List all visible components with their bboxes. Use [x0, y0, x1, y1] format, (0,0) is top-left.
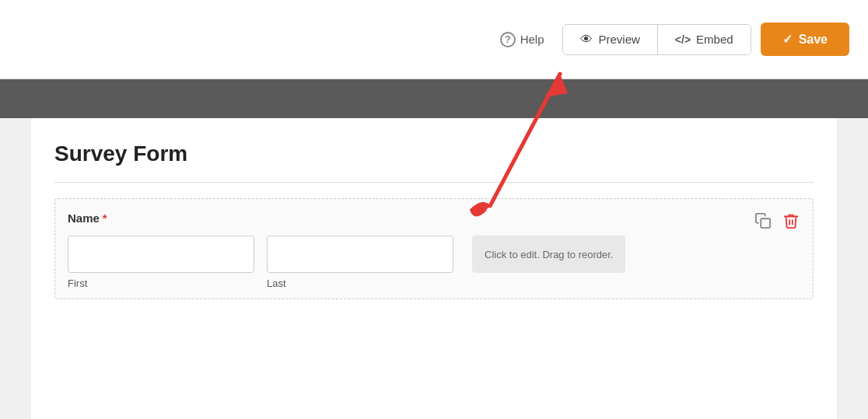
code-icon: </>	[675, 33, 691, 46]
dark-bar	[0, 79, 868, 118]
embed-button[interactable]: </> Embed	[658, 25, 751, 54]
first-name-input-wrap: First	[68, 236, 254, 289]
svg-rect-2	[761, 218, 770, 228]
field-actions	[752, 210, 802, 232]
first-name-input[interactable]	[68, 236, 254, 273]
embed-label: Embed	[696, 33, 733, 46]
last-name-input[interactable]	[267, 236, 453, 273]
required-asterisk: *	[103, 211, 107, 225]
preview-label: Preview	[598, 33, 639, 46]
last-name-label: Last	[267, 278, 453, 289]
check-icon: ✓	[782, 32, 793, 47]
name-field-label: Name*	[68, 211, 800, 225]
preview-button[interactable]: 👁 Preview	[563, 25, 657, 54]
last-name-input-wrap: Last	[267, 236, 453, 289]
form-title: Survey Form	[54, 141, 814, 166]
form-area: Survey Form Name*	[31, 118, 837, 419]
preview-embed-group: 👁 Preview </> Embed	[562, 24, 751, 55]
help-label: Help	[520, 33, 544, 46]
header: ? Help 👁 Preview </> Embed ✓ Save	[0, 0, 868, 79]
help-button[interactable]: ? Help	[491, 26, 554, 54]
eye-icon: 👁	[580, 33, 593, 47]
field-inputs: First Last Click to edit. Drag to reorde…	[68, 236, 800, 289]
name-field-block: Name* First	[54, 198, 814, 299]
first-name-label: First	[68, 278, 254, 289]
form-divider	[54, 182, 814, 183]
save-label: Save	[799, 33, 828, 47]
help-icon: ?	[500, 32, 516, 47]
save-button[interactable]: ✓ Save	[761, 23, 849, 56]
delete-field-button[interactable]	[780, 210, 802, 232]
click-to-edit-hint: Click to edit. Drag to reorder.	[472, 236, 625, 273]
header-actions: ? Help 👁 Preview </> Embed ✓ Save	[491, 23, 849, 56]
copy-field-button[interactable]	[752, 210, 774, 232]
